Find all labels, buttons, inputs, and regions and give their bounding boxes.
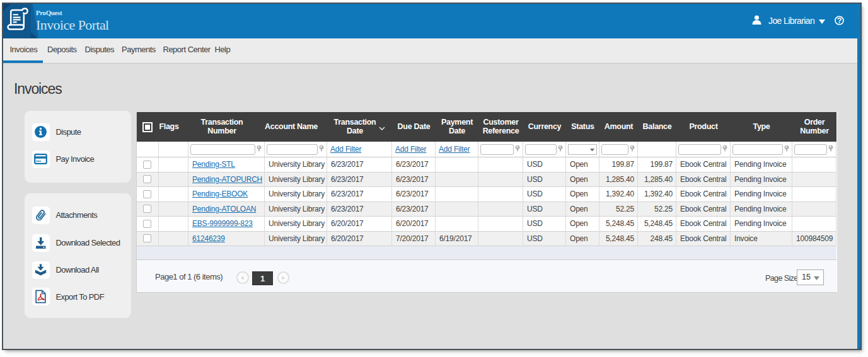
svg-text:?: ?	[837, 16, 842, 25]
